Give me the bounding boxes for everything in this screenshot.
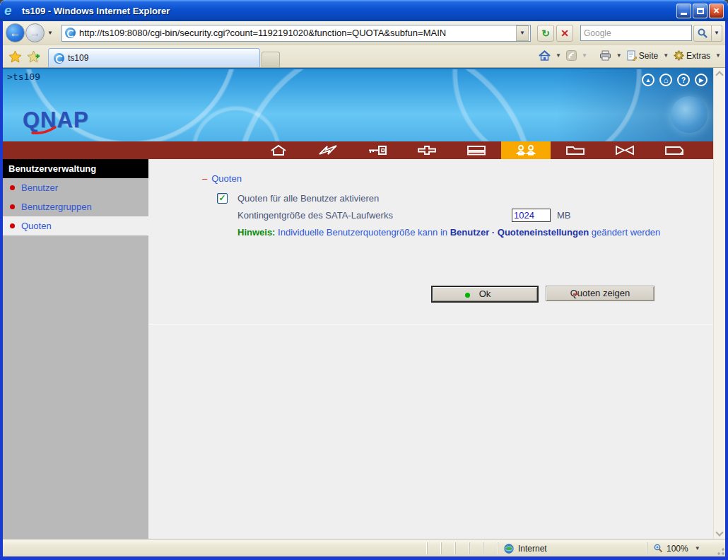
search-button[interactable] bbox=[693, 25, 712, 42]
tab-favicon-icon bbox=[54, 53, 64, 64]
qnap-banner: >ts109 QNAP ▲ ⌂ ? ▶ bbox=[3, 68, 713, 141]
tools-menu-dropdown[interactable]: ▼ bbox=[714, 51, 722, 60]
stop-button[interactable]: ✕ bbox=[556, 25, 573, 42]
home-glyph-icon: ⌂ bbox=[664, 76, 669, 84]
network-settings-icon bbox=[416, 144, 438, 156]
url-input[interactable] bbox=[79, 28, 516, 38]
search-box[interactable] bbox=[580, 25, 692, 41]
user-management-icon bbox=[514, 144, 538, 156]
tab-label: ts109 bbox=[68, 53, 88, 63]
section-collapse-marker[interactable]: – bbox=[202, 173, 207, 184]
add-favorite-star-icon bbox=[27, 50, 40, 63]
search-dropdown-icon: ▼ bbox=[714, 30, 720, 36]
window-border-left bbox=[0, 21, 3, 560]
note-prefix: Hinweis: bbox=[237, 227, 275, 238]
nav-system-logs[interactable] bbox=[650, 141, 699, 159]
qnap-logo-swoosh-icon bbox=[31, 124, 74, 134]
zoom-magnifier-icon bbox=[654, 544, 663, 553]
help-button[interactable]: ? bbox=[677, 74, 690, 86]
zoom-control[interactable]: 100% ▼ bbox=[647, 542, 715, 554]
page-menu-button[interactable]: Seite bbox=[623, 48, 662, 63]
content-divider bbox=[148, 324, 713, 325]
home-button[interactable] bbox=[535, 48, 554, 63]
minimize-icon bbox=[681, 13, 687, 15]
nav-device-configuration[interactable] bbox=[452, 141, 501, 159]
close-button[interactable]: ✕ bbox=[709, 4, 724, 18]
sidebar: Benutzerverwaltung Benutzer Benutzergrup… bbox=[3, 159, 148, 539]
note-bold-path: Benutzer · Quoteneinstellungen bbox=[450, 227, 589, 238]
forward-button[interactable]: → bbox=[25, 23, 45, 42]
stop-icon: ✕ bbox=[560, 28, 569, 39]
nav-network-share[interactable] bbox=[551, 141, 600, 159]
vertical-scrollbar[interactable] bbox=[713, 68, 725, 539]
internet-globe-icon bbox=[504, 544, 514, 554]
sidebar-item-benutzergruppen[interactable]: Benutzergruppen bbox=[3, 197, 148, 216]
ok-button[interactable]: Ok bbox=[431, 286, 539, 303]
ok-status-dot-icon bbox=[465, 293, 470, 298]
nav-system-tools[interactable] bbox=[600, 141, 650, 159]
back-button[interactable]: ← bbox=[6, 23, 25, 42]
sidebar-item-quoten[interactable]: Quoten bbox=[3, 216, 148, 235]
forward-nav-button[interactable]: ▶ bbox=[695, 74, 708, 86]
history-dropdown[interactable]: ▼ bbox=[45, 30, 56, 36]
nav-user-management[interactable] bbox=[501, 141, 551, 159]
sidebar-item-label: Quoten bbox=[21, 221, 52, 231]
tools-menu-label: Extras bbox=[686, 51, 710, 61]
play-triangle-icon: ▶ bbox=[699, 77, 703, 83]
search-input[interactable] bbox=[584, 28, 688, 38]
show-quotas-button[interactable]: Quoten zeigen bbox=[546, 286, 654, 301]
url-dropdown-button[interactable]: ▼ bbox=[516, 25, 529, 41]
show-status-dash-icon bbox=[573, 293, 579, 295]
tools-menu-button[interactable]: Extras bbox=[670, 48, 714, 63]
bullet-icon bbox=[10, 204, 15, 209]
resize-grip[interactable] bbox=[715, 540, 725, 556]
nav-system-settings[interactable] bbox=[353, 141, 402, 159]
refresh-button[interactable]: ↻ bbox=[537, 25, 554, 42]
scroll-down-icon[interactable] bbox=[715, 528, 723, 536]
add-favorite-button[interactable] bbox=[25, 48, 42, 65]
show-quotas-button-label: Quoten zeigen bbox=[570, 286, 630, 301]
zoom-level: 100% bbox=[667, 544, 688, 554]
quota-enable-checkbox[interactable] bbox=[217, 193, 228, 204]
logout-button[interactable]: ▲ bbox=[642, 74, 654, 86]
security-zone: Internet bbox=[498, 542, 647, 554]
minimize-button[interactable] bbox=[676, 4, 691, 18]
sidebar-item-benutzer[interactable]: Benutzer bbox=[3, 178, 148, 197]
search-icon bbox=[698, 28, 708, 38]
favorites-button[interactable] bbox=[6, 48, 23, 65]
section-title[interactable]: Quoten bbox=[211, 173, 242, 184]
quota-size-input[interactable] bbox=[512, 209, 551, 222]
zone-label: Internet bbox=[518, 544, 547, 554]
feeds-button[interactable] bbox=[563, 48, 580, 63]
up-triangle-icon: ▲ bbox=[645, 77, 651, 83]
new-tab-button[interactable] bbox=[262, 52, 280, 67]
nav-network-settings[interactable] bbox=[402, 141, 452, 159]
print-button[interactable] bbox=[596, 48, 615, 63]
question-icon: ? bbox=[681, 76, 686, 84]
refresh-icon: ↻ bbox=[541, 28, 550, 39]
page-menu-dropdown[interactable]: ▼ bbox=[662, 51, 670, 60]
zoom-dropdown-icon[interactable]: ▼ bbox=[695, 545, 700, 552]
window-title: ts109 - Windows Internet Explorer bbox=[22, 6, 170, 16]
home-dropdown[interactable]: ▼ bbox=[554, 51, 563, 60]
scroll-up-icon[interactable] bbox=[715, 71, 723, 78]
tab-ts109[interactable]: ts109 bbox=[48, 48, 260, 67]
nav-home[interactable] bbox=[254, 141, 303, 159]
bullet-icon bbox=[10, 185, 15, 190]
url-bar[interactable]: ▼ bbox=[61, 25, 531, 42]
feeds-dropdown[interactable]: ▼ bbox=[580, 51, 589, 60]
gear-icon bbox=[674, 50, 684, 61]
main-navbar bbox=[3, 141, 713, 159]
browser-window: e ts109 - Windows Internet Explorer ✕ ← … bbox=[0, 0, 728, 560]
window-border-bottom bbox=[0, 556, 728, 560]
search-dropdown-button[interactable]: ▼ bbox=[712, 25, 722, 42]
quota-enable-label: Quoten für alle Benutzer aktivieren bbox=[237, 193, 379, 204]
note-text: Individuelle Benutzerquotengröße kann in bbox=[275, 227, 450, 238]
system-logs-icon bbox=[663, 144, 686, 156]
banner-home-button[interactable]: ⌂ bbox=[659, 74, 672, 86]
maximize-button[interactable] bbox=[693, 4, 708, 18]
window-border-right bbox=[725, 21, 728, 560]
nav-quick-configuration[interactable] bbox=[303, 141, 353, 159]
print-dropdown[interactable]: ▼ bbox=[615, 51, 623, 60]
page-menu-label: Seite bbox=[639, 51, 658, 61]
